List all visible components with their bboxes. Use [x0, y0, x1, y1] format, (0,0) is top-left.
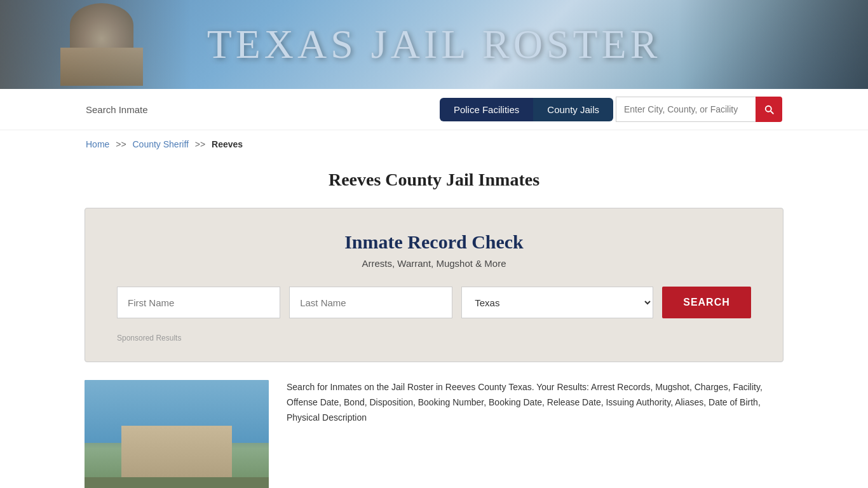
record-check-subtitle: Arrests, Warrant, Mugshot & More — [117, 258, 751, 269]
state-select[interactable]: Texas Alabama Alaska Arizona Arkansas Ca… — [461, 287, 653, 318]
facility-search-button[interactable] — [756, 97, 782, 122]
facility-image — [85, 380, 269, 488]
banner-overlay-right — [677, 0, 868, 89]
sponsored-label: Sponsored Results — [117, 334, 751, 342]
last-name-input[interactable] — [289, 287, 452, 318]
capitol-decoration — [38, 3, 165, 86]
police-facilities-button[interactable]: Police Facilities — [440, 98, 533, 121]
header-banner: Texas Jail Roster — [0, 0, 868, 89]
facility-search-input[interactable] — [616, 97, 756, 122]
breadcrumb-current: Reeves — [212, 139, 243, 149]
record-check-form: Texas Alabama Alaska Arizona Arkansas Ca… — [117, 287, 751, 318]
first-name-input[interactable] — [117, 287, 280, 318]
search-icon — [763, 104, 775, 115]
breadcrumb-county-sheriff[interactable]: County Sheriff — [133, 139, 189, 149]
capitol-base — [60, 48, 143, 86]
record-check-box: Inmate Record Check Arrests, Warrant, Mu… — [85, 208, 783, 362]
capitol-dome — [70, 3, 133, 48]
search-inmate-label: Search Inmate — [86, 104, 148, 115]
facility-search-bar — [616, 97, 782, 122]
site-title: Texas Jail Roster — [207, 21, 661, 68]
county-jails-button[interactable]: County Jails — [533, 98, 613, 121]
record-search-button[interactable]: SEARCH — [662, 287, 751, 318]
breadcrumb-home[interactable]: Home — [86, 139, 109, 149]
breadcrumb-sep-2: >> — [195, 139, 205, 149]
page-title: Reeves County Jail Inmates — [0, 170, 868, 190]
bottom-section: Search for Inmates on the Jail Roster in… — [85, 380, 783, 488]
breadcrumb: Home >> County Sheriff >> Reeves — [0, 130, 868, 158]
bottom-description: Search for Inmates on the Jail Roster in… — [287, 380, 783, 425]
page-title-section: Reeves County Jail Inmates — [0, 158, 868, 208]
breadcrumb-sep-1: >> — [116, 139, 126, 149]
record-check-title: Inmate Record Check — [117, 231, 751, 253]
image-ground — [85, 477, 269, 488]
navbar: Search Inmate Police Facilities County J… — [0, 89, 868, 130]
nav-right: Police Facilities County Jails — [440, 97, 782, 122]
